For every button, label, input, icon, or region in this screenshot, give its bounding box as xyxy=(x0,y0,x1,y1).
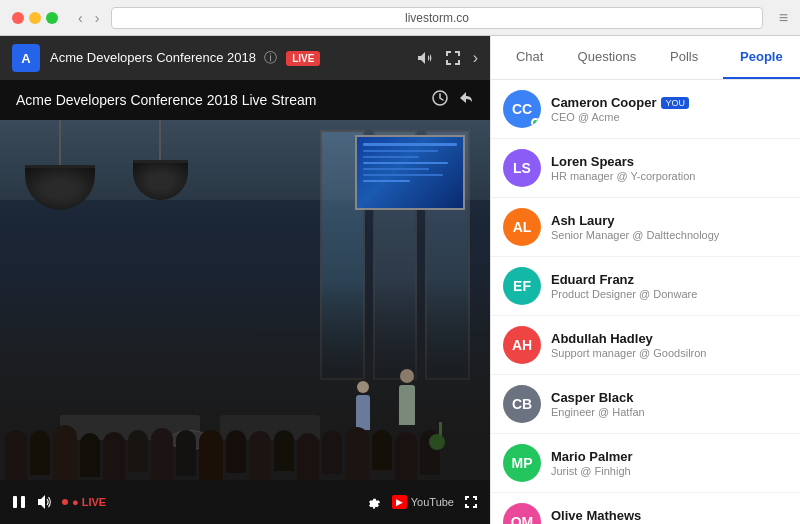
video-title-bar: Acme Developers Conference 2018 Live Str… xyxy=(0,80,490,120)
person-avatar: CC xyxy=(503,90,541,128)
nav-arrows: ‹ › xyxy=(74,8,103,28)
youtube-icon: ▶ xyxy=(392,495,407,509)
person-info: Eduard Franz Product Designer @ Donware xyxy=(551,272,788,300)
person-name: Loren Spears xyxy=(551,154,788,169)
fullscreen-button[interactable] xyxy=(464,495,478,509)
person-avatar: OM xyxy=(503,503,541,524)
person-role: Product Designer @ Donware xyxy=(551,288,788,300)
you-badge: YOU xyxy=(661,97,689,109)
acme-logo: A xyxy=(12,44,40,72)
person-role: Engineer @ Hatfan xyxy=(551,406,788,418)
close-button[interactable] xyxy=(12,12,24,24)
play-pause-button[interactable] xyxy=(12,495,26,509)
person-avatar: MP xyxy=(503,444,541,482)
person-item[interactable]: EF Eduard Franz Product Designer @ Donwa… xyxy=(491,257,800,316)
person-info: Ash Laury Senior Manager @ Dalttechnolog… xyxy=(551,213,788,241)
person-role: Support manager @ Goodsilron xyxy=(551,347,788,359)
person-info: Loren Spears HR manager @ Y-corporation xyxy=(551,154,788,182)
live-dot xyxy=(62,499,68,505)
person-avatar: LS xyxy=(503,149,541,187)
person-name: Casper Black xyxy=(551,390,788,405)
person-role: Jurist @ Finhigh xyxy=(551,465,788,477)
audience-area xyxy=(0,360,490,480)
person-avatar: AH xyxy=(503,326,541,364)
person-info: Casper Black Engineer @ Hatfan xyxy=(551,390,788,418)
live-text: ● LIVE xyxy=(72,496,106,508)
person-avatar: EF xyxy=(503,267,541,305)
presentation-screen xyxy=(355,135,465,210)
url-text: livestorm.co xyxy=(405,11,469,25)
plant xyxy=(435,422,445,450)
youtube-text: YouTube xyxy=(411,496,454,508)
event-name-text: Acme Developers Conference 2018 xyxy=(50,50,256,65)
person-name: Mario Palmer xyxy=(551,449,788,464)
person-name: Eduard Franz xyxy=(551,272,788,287)
live-indicator: ● LIVE xyxy=(62,496,106,508)
person-item[interactable]: AL Ash Laury Senior Manager @ Dalttechno… xyxy=(491,198,800,257)
person-info: Olive Mathews Enterprise Product Manager… xyxy=(551,508,788,524)
expand-button[interactable] xyxy=(445,50,461,66)
video-frame xyxy=(0,120,490,480)
person-name: Abdullah Hadley xyxy=(551,331,788,346)
forward-button[interactable]: › xyxy=(91,8,104,28)
person-role: HR manager @ Y-corporation xyxy=(551,170,788,182)
video-section: A Acme Developers Conference 2018 ⓘ LIVE xyxy=(0,36,490,524)
video-scene xyxy=(0,120,490,480)
video-controls: ● LIVE ▶ YouTube xyxy=(0,480,490,524)
share-button[interactable] xyxy=(458,90,474,110)
person-item[interactable]: OM Olive Mathews Enterprise Product Mana… xyxy=(491,493,800,524)
video-title: Acme Developers Conference 2018 Live Str… xyxy=(16,92,316,108)
tab-questions[interactable]: Questions xyxy=(568,36,645,79)
event-title-bar: Acme Developers Conference 2018 ⓘ LIVE xyxy=(50,49,407,67)
people-list: CC Cameron Cooper YOU CEO @ Acme LS Lore… xyxy=(491,80,800,524)
topbar-controls: › xyxy=(417,49,478,67)
person-avatar: AL xyxy=(503,208,541,246)
person-info: Abdullah Hadley Support manager @ Goodsi… xyxy=(551,331,788,359)
person-info: Mario Palmer Jurist @ Finhigh xyxy=(551,449,788,477)
mute-button[interactable] xyxy=(36,494,52,510)
tabs: Chat Questions Polls People xyxy=(491,36,800,80)
person-name: Olive Mathews xyxy=(551,508,788,523)
person-name: Ash Laury xyxy=(551,213,788,228)
person-info: Cameron Cooper YOU CEO @ Acme xyxy=(551,95,788,123)
person-item[interactable]: AH Abdullah Hadley Support manager @ Goo… xyxy=(491,316,800,375)
title-actions xyxy=(432,90,474,110)
person-item[interactable]: MP Mario Palmer Jurist @ Finhigh xyxy=(491,434,800,493)
pendant-light-1 xyxy=(30,120,90,210)
browser-menu-icon[interactable]: ≡ xyxy=(779,9,788,27)
person-role: CEO @ Acme xyxy=(551,111,788,123)
person-avatar: CB xyxy=(503,385,541,423)
youtube-logo: ▶ YouTube xyxy=(392,495,454,509)
svg-rect-2 xyxy=(21,496,25,508)
minimize-button[interactable] xyxy=(29,12,41,24)
volume-button[interactable] xyxy=(417,50,433,66)
next-button[interactable]: › xyxy=(473,49,478,67)
main-layout: A Acme Developers Conference 2018 ⓘ LIVE xyxy=(0,36,800,524)
history-button[interactable] xyxy=(432,90,448,110)
back-button[interactable]: ‹ xyxy=(74,8,87,28)
traffic-lights xyxy=(12,12,58,24)
person-role: Senior Manager @ Dalttechnology xyxy=(551,229,788,241)
address-bar[interactable]: livestorm.co xyxy=(111,7,762,29)
info-icon[interactable]: ⓘ xyxy=(264,50,277,65)
person-item[interactable]: LS Loren Spears HR manager @ Y-corporati… xyxy=(491,139,800,198)
person-item[interactable]: CB Casper Black Engineer @ Hatfan xyxy=(491,375,800,434)
tab-people[interactable]: People xyxy=(723,36,800,79)
tab-chat[interactable]: Chat xyxy=(491,36,568,79)
tab-polls[interactable]: Polls xyxy=(646,36,723,79)
video-topbar: A Acme Developers Conference 2018 ⓘ LIVE xyxy=(0,36,490,80)
online-indicator xyxy=(531,118,540,127)
browser-chrome: ‹ › livestorm.co ≡ xyxy=(0,0,800,36)
person-item[interactable]: CC Cameron Cooper YOU CEO @ Acme xyxy=(491,80,800,139)
right-panel: Chat Questions Polls People CC Cameron C… xyxy=(490,36,800,524)
live-badge: LIVE xyxy=(286,51,320,66)
pendant-light-2 xyxy=(130,120,190,210)
person-name: Cameron Cooper YOU xyxy=(551,95,788,110)
settings-button[interactable] xyxy=(366,494,382,510)
maximize-button[interactable] xyxy=(46,12,58,24)
svg-rect-1 xyxy=(13,496,17,508)
